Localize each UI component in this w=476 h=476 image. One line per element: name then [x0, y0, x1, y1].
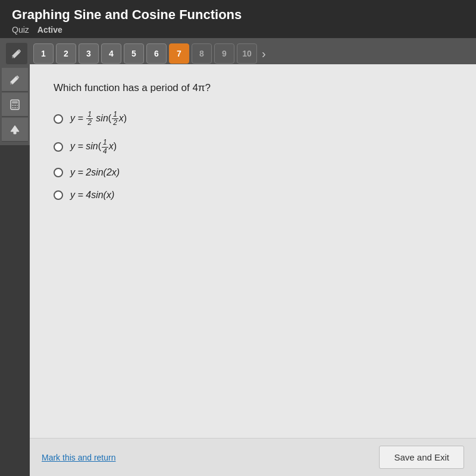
- question-buttons: 12345678910: [33, 43, 257, 64]
- svg-rect-4: [17, 105, 18, 106]
- question-btn-1[interactable]: 1: [33, 43, 54, 64]
- page-title: Graphing Sine and Cosine Functions: [12, 7, 464, 23]
- option-d[interactable]: y = 4sin(x): [54, 190, 452, 201]
- question-btn-10[interactable]: 10: [237, 43, 257, 64]
- question-btn-8[interactable]: 8: [192, 43, 212, 64]
- svg-rect-6: [14, 107, 16, 108]
- question-text: Which function has a period of 4π?: [54, 82, 452, 94]
- main-content: Which function has a period of 4π? y = 1…: [30, 64, 476, 476]
- left-sidebar: [0, 64, 30, 145]
- option-b[interactable]: y = sin(14x): [54, 139, 452, 155]
- svg-rect-5: [12, 107, 14, 108]
- question-btn-9[interactable]: 9: [214, 43, 234, 64]
- nav-arrow-right[interactable]: ›: [259, 47, 268, 61]
- question-area: Which function has a period of 4π? y = 1…: [30, 64, 476, 438]
- header: Graphing Sine and Cosine Functions Quiz …: [0, 0, 476, 38]
- option-c[interactable]: y = 2sin(2x): [54, 167, 452, 178]
- svg-rect-2: [12, 105, 14, 106]
- option-b-label: y = sin(14x): [70, 139, 117, 155]
- up-arrow-sidebar-icon[interactable]: [2, 118, 28, 142]
- radio-a[interactable]: [54, 114, 63, 124]
- question-btn-2[interactable]: 2: [56, 43, 76, 64]
- save-exit-button[interactable]: Save and Exit: [379, 446, 464, 469]
- active-label: Active: [37, 25, 62, 35]
- footer-bar: Mark this and return Save and Exit: [30, 438, 476, 476]
- calculator-sidebar-icon[interactable]: [2, 93, 28, 117]
- question-btn-3[interactable]: 3: [79, 43, 99, 64]
- mark-return-link[interactable]: Mark this and return: [42, 453, 116, 462]
- radio-b[interactable]: [54, 142, 63, 152]
- option-d-label: y = 4sin(x): [70, 190, 114, 201]
- svg-rect-3: [14, 105, 16, 106]
- quiz-label: Quiz: [12, 25, 29, 35]
- radio-d[interactable]: [54, 190, 63, 200]
- options-list: y = 12 sin(12x) y = sin(14x) y = 2sin(2x…: [54, 111, 452, 201]
- option-a-label: y = 12 sin(12x): [70, 111, 127, 127]
- svg-rect-7: [17, 107, 18, 108]
- pencil-sidebar-icon[interactable]: [2, 68, 28, 92]
- header-meta: Quiz Active: [12, 25, 464, 35]
- pencil-tool-icon[interactable]: [6, 43, 27, 64]
- question-btn-4[interactable]: 4: [101, 43, 121, 64]
- option-c-label: y = 2sin(2x): [70, 167, 120, 178]
- radio-c[interactable]: [54, 168, 63, 177]
- option-a[interactable]: y = 12 sin(12x): [54, 111, 452, 127]
- question-btn-6[interactable]: 6: [146, 43, 167, 64]
- question-btn-5[interactable]: 5: [124, 43, 144, 64]
- question-btn-7[interactable]: 7: [169, 43, 189, 64]
- svg-rect-1: [12, 101, 18, 104]
